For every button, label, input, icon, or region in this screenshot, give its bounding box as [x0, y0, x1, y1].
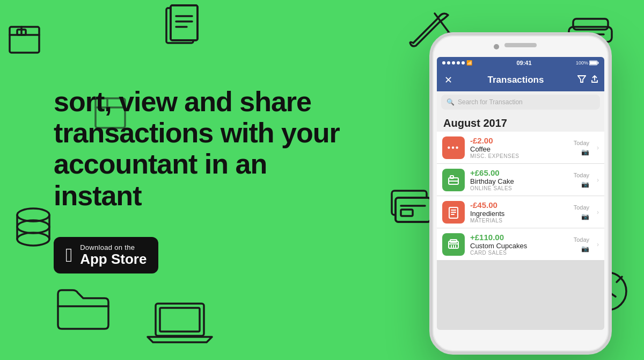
signal-dot-3 [452, 61, 455, 64]
transaction-name: Birthday Cake [470, 177, 568, 185]
transaction-item[interactable]: ••• -£2.00 Coffee MISC. EXPENSES Today 📷… [437, 132, 604, 163]
signal-dots: 📶 [442, 60, 472, 66]
svg-rect-44 [450, 176, 453, 178]
transaction-icon-cake [442, 169, 465, 191]
app-store-button[interactable]:  Download on the App Store [54, 237, 158, 273]
nav-action-icons [577, 75, 599, 85]
transaction-meta-cake: Today 📷 [574, 172, 589, 188]
transaction-date: Today [574, 140, 589, 146]
signal-dot-1 [442, 61, 445, 64]
signal-dot-4 [457, 61, 460, 64]
transaction-list: ••• -£2.00 Coffee MISC. EXPENSES Today 📷… [437, 132, 604, 330]
search-bar[interactable]: 🔍 Search for Transaction [441, 95, 600, 110]
chevron-right-icon: › [597, 144, 599, 152]
headline: sort, view and share transactions with y… [54, 86, 354, 211]
apple-icon:  [65, 246, 72, 265]
transaction-date: Today [574, 172, 589, 178]
nav-title: Transactions [488, 75, 544, 85]
search-icon: 🔍 [447, 98, 455, 106]
chevron-right-icon: › [597, 208, 599, 216]
transaction-category: ONLINE SALES [470, 185, 568, 191]
transaction-meta-coffee: Today 📷 [574, 140, 589, 156]
transaction-amount: +£65.00 [470, 168, 568, 177]
camera-icon: 📷 [581, 245, 589, 253]
search-placeholder: Search for Transaction [458, 98, 523, 106]
wifi-icon: 📶 [466, 60, 472, 66]
left-content: sort, view and share transactions with y… [54, 86, 354, 273]
transaction-details-cupcakes: +£110.00 Custom Cupcakes CARD SALES [470, 233, 568, 256]
transaction-name: Ingredients [470, 210, 568, 218]
phone-camera [494, 44, 499, 49]
transaction-icon-coffee: ••• [442, 136, 465, 159]
signal-dot-2 [447, 61, 450, 64]
phone-speaker [504, 43, 537, 47]
navigation-bar: ✕ Transactions [437, 69, 604, 91]
transaction-meta-ingredients: Today 📷 [574, 204, 589, 220]
phone-power-button [610, 100, 612, 127]
app-store-label-top: Download on the [80, 243, 135, 251]
transaction-amount: -£45.00 [470, 200, 568, 210]
transaction-date: Today [574, 236, 589, 243]
chevron-right-icon: › [597, 176, 599, 184]
app-store-btn-text: Download on the App Store [80, 243, 147, 267]
close-button[interactable]: ✕ [442, 74, 454, 86]
signal-dot-5 [462, 61, 465, 64]
svg-rect-41 [590, 61, 597, 64]
transaction-amount: +£110.00 [470, 233, 568, 242]
transaction-name: Custom Cupcakes [470, 242, 568, 250]
filter-icon[interactable] [577, 75, 586, 85]
transaction-details-ingredients: -£45.00 Ingredients MATERIALS [470, 200, 568, 224]
phone-mute-button [429, 84, 431, 100]
transaction-date: Today [574, 204, 589, 211]
transaction-details-coffee: -£2.00 Coffee MISC. EXPENSES [470, 136, 568, 159]
transaction-category: MISC. EXPENSES [470, 153, 568, 159]
phone-outer: 📶 09:41 100% ✕ Transactions [429, 32, 612, 355]
status-time: 09:41 [516, 60, 531, 66]
transaction-name: Coffee [470, 145, 568, 153]
battery-indicator: 100% [576, 60, 599, 66]
transaction-amount: -£2.00 [470, 136, 568, 145]
transaction-category: CARD SALES [470, 250, 568, 256]
transaction-icon-ingredients [442, 201, 465, 224]
chevron-right-icon: › [597, 241, 599, 248]
transaction-item[interactable]: +£65.00 Birthday Cake ONLINE SALES Today… [437, 164, 604, 196]
share-icon[interactable] [590, 75, 599, 85]
transaction-icon-cupcakes [442, 233, 465, 256]
transaction-meta-cupcakes: Today 📷 [574, 236, 589, 253]
phone-volume-down-button [429, 140, 431, 164]
transaction-item[interactable]: -£45.00 Ingredients MATERIALS Today 📷 › [437, 196, 604, 228]
transaction-details-cake: +£65.00 Birthday Cake ONLINE SALES [470, 168, 568, 191]
phone-volume-up-button [429, 108, 431, 132]
app-store-label-bottom: App Store [80, 251, 147, 267]
camera-icon: 📷 [581, 148, 589, 156]
transaction-category: MATERIALS [470, 218, 568, 224]
svg-rect-40 [597, 62, 598, 64]
camera-icon: 📷 [581, 181, 589, 188]
phone-screen: 📶 09:41 100% ✕ Transactions [437, 57, 604, 330]
camera-icon: 📷 [581, 213, 589, 220]
svg-marker-42 [578, 76, 586, 82]
phone-mockup: 📶 09:41 100% ✕ Transactions [429, 32, 612, 355]
transaction-item[interactable]: +£110.00 Custom Cupcakes CARD SALES Toda… [437, 228, 604, 260]
month-header: August 2017 [437, 113, 604, 132]
status-bar: 📶 09:41 100% [437, 57, 604, 69]
